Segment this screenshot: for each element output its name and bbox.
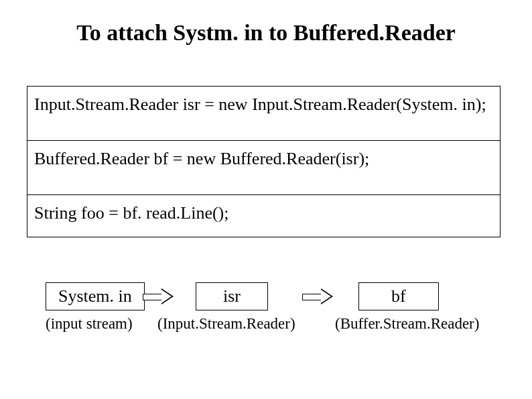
node-bf: bf — [358, 282, 439, 310]
node-system-in: System. in — [46, 282, 145, 310]
node-sub-3: (Buffer.Stream.Reader) — [335, 315, 479, 333]
arrow-icon — [302, 288, 342, 304]
code-line-2: Buffered.Reader bf = new Buffered.Reader… — [27, 141, 500, 195]
code-line-1: Input.Stream.Reader isr = new Input.Stre… — [27, 87, 500, 141]
node-label-1: System. in — [58, 286, 132, 306]
code-text-2: Buffered.Reader bf = new Buffered.Reader… — [34, 149, 369, 168]
node-label-3: bf — [391, 286, 406, 306]
code-box: Input.Stream.Reader isr = new Input.Stre… — [27, 86, 501, 237]
title-text: To attach Systm. in to Buffered.Reader — [76, 20, 456, 45]
code-line-3: String foo = bf. read.Line(); — [27, 195, 500, 237]
node-sub-2: (Input.Stream.Reader) — [157, 315, 295, 333]
arrow-icon — [143, 288, 183, 304]
code-text-3: String foo = bf. read.Line(); — [34, 203, 228, 223]
node-sub-1: (input stream) — [46, 315, 133, 333]
node-isr: isr — [196, 282, 268, 310]
slide-title: To attach Systm. in to Buffered.Reader — [0, 20, 532, 46]
node-label-2: isr — [223, 286, 241, 306]
code-text-1: Input.Stream.Reader isr = new Input.Stre… — [34, 95, 486, 114]
